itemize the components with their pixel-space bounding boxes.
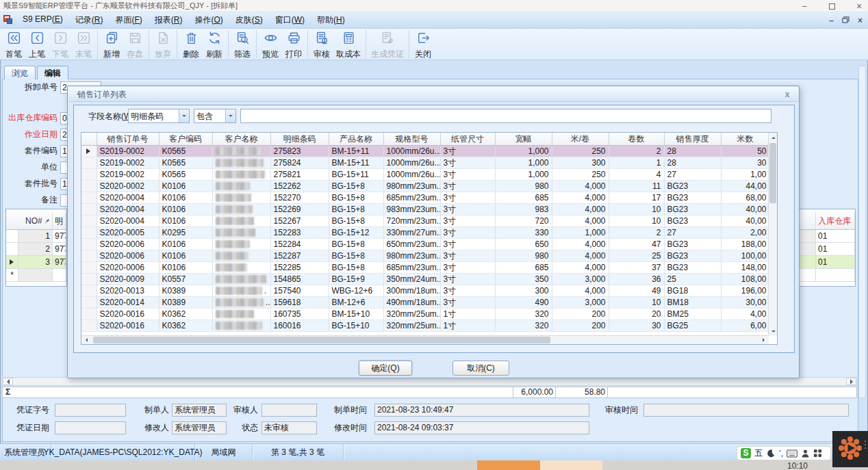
column-header-barcode[interactable]: 明 <box>53 213 66 229</box>
row-selector[interactable] <box>81 180 97 192</box>
close-icon[interactable]: × <box>853 1 865 12</box>
row-selector[interactable] <box>81 203 97 215</box>
grid-vscrollbar[interactable] <box>768 133 777 336</box>
minimize-icon[interactable]: – <box>798 1 810 12</box>
vscroll-thumb[interactable] <box>769 143 776 203</box>
table-row[interactable]: * <box>6 269 66 282</box>
taskbar-item[interactable] <box>540 460 602 470</box>
table-row[interactable]: S2020-0006K0106152287BG-15+8980mm/23um..… <box>81 250 769 261</box>
filter-search-input[interactable] <box>240 109 771 123</box>
row-selector[interactable] <box>81 157 97 168</box>
chevron-down-icon[interactable] <box>179 109 189 122</box>
table-row[interactable]: S2020-0016K0362160735BM-15+10320mm/25um.… <box>81 308 769 319</box>
wubi-mode-label[interactable]: 五 <box>754 447 763 459</box>
toolbar-button-筛选[interactable]: 筛选 <box>231 29 254 60</box>
table-row[interactable]: 197792 <box>6 230 66 243</box>
row-selector[interactable] <box>81 226 97 238</box>
grid-menu-icon[interactable] <box>813 449 822 458</box>
column-header-销售订单号[interactable]: 销售订单号 <box>97 133 159 145</box>
row-selector[interactable] <box>81 168 97 180</box>
column-header-宽幅[interactable]: 宽幅 <box>495 133 552 145</box>
row-selector[interactable]: * <box>6 269 18 281</box>
hscroll-thumb[interactable] <box>93 337 550 343</box>
toolbar-button-预览[interactable]: 预览 <box>259 29 282 60</box>
row-selector[interactable] <box>6 243 18 255</box>
row-selector[interactable] <box>81 261 97 273</box>
menu-item-6[interactable]: 皮肤(S) <box>229 12 269 28</box>
field-name-combo[interactable]: 明细条码 <box>128 109 190 123</box>
tab-浏览[interactable]: 浏览 <box>4 66 36 79</box>
column-header-米数[interactable]: 米数 <box>721 133 769 145</box>
table-row[interactable]: S2020-0002K0106152262BG-15+8980mm/23um..… <box>81 180 769 192</box>
row-selector[interactable] <box>81 273 97 285</box>
mdi-minimize-icon[interactable]: – <box>829 16 834 25</box>
menu-item-3[interactable]: 界面(F) <box>109 12 148 28</box>
sogou-s-icon[interactable]: S <box>741 448 751 458</box>
row-selector[interactable] <box>6 230 18 242</box>
dialog-title-bar[interactable]: 销售订单列表 x <box>68 87 798 102</box>
table-row[interactable]: S2020-0014K0389 ..159618BM-12+6490mm/18u… <box>81 296 769 308</box>
column-header-no[interactable]: NO# <box>18 213 53 229</box>
row-selector[interactable] <box>6 256 18 268</box>
row-selector[interactable] <box>81 285 97 296</box>
taskbar-item-active[interactable] <box>477 460 540 470</box>
toolbar-button-删除[interactable]: 删除 <box>179 29 203 60</box>
menu-item-5[interactable]: 操作(O) <box>188 12 229 28</box>
scroll-up-icon[interactable] <box>769 133 778 142</box>
grid-hscrollbar[interactable] <box>81 335 769 344</box>
table-row[interactable]: S2020-0006K0106152284BG-15+8650mm/23um..… <box>81 238 769 250</box>
screen-overlay-app[interactable] <box>832 431 868 467</box>
toolbar-button-刷新[interactable]: 刷新 <box>203 29 226 60</box>
mdi-restore-icon[interactable] <box>842 16 850 25</box>
table-row[interactable]: S2019-0002K0565275824BM-15+111000mm/26u.… <box>81 157 769 168</box>
table-row[interactable]: S2020-0004K0106152270BG-15+8685mm/23um..… <box>81 192 769 203</box>
toolbar-button-关闭[interactable]: 关闭 <box>411 29 435 60</box>
table-row[interactable]: S2019-0002K0565275821BG-15+111000mm/26u.… <box>81 168 769 180</box>
mdi-close-icon[interactable]: × <box>858 16 863 25</box>
column-header-明细条码[interactable]: 明细条码 <box>270 133 329 145</box>
moon-icon[interactable] <box>766 449 776 458</box>
operator-combo[interactable]: 包含 <box>194 109 236 123</box>
column-header-客户编码[interactable]: 客户编码 <box>159 133 212 145</box>
table-row[interactable]: S2020-0004K0106152269BG-15+8983mm/23um..… <box>81 203 769 215</box>
row-selector[interactable] <box>81 250 97 261</box>
scroll-down-icon[interactable] <box>769 326 778 336</box>
chevron-down-icon[interactable] <box>225 109 235 122</box>
sogou-input-bar[interactable]: S五’, <box>737 446 831 460</box>
column-header-米/卷[interactable]: 米/卷 <box>552 133 609 145</box>
menu-item-2[interactable]: 记录(R) <box>69 12 110 28</box>
table-row[interactable]: S2020-0004K0106152267BG-15+8720mm/23um..… <box>81 215 769 226</box>
dialog-close-icon[interactable]: x <box>782 89 793 100</box>
column-header-卷数[interactable]: 卷数 <box>609 133 664 145</box>
column-header-产品名称[interactable]: 产品名称 <box>329 133 383 145</box>
toolbar-button-打印[interactable]: 打印 <box>282 29 305 60</box>
row-selector[interactable] <box>81 296 97 308</box>
tab-编辑[interactable]: 编辑 <box>37 66 68 79</box>
menu-item-1[interactable]: S9 ERP(E) <box>16 12 69 28</box>
row-selector[interactable] <box>81 308 97 319</box>
scroll-right-icon[interactable] <box>758 336 769 344</box>
row-selector[interactable] <box>81 145 97 157</box>
menu-item-7[interactable]: 窗口(W) <box>269 12 311 28</box>
table-row[interactable]: S2020-0013K0389 .157540WBG-12+6300mm/18u… <box>81 285 769 296</box>
ok-button[interactable]: 确定(Q) <box>359 361 412 376</box>
table-row[interactable]: S2020-0016K0362160016BG-15+10320mm/25um.… <box>81 319 769 331</box>
toolbar-button-审核[interactable]: 审核 <box>310 29 333 60</box>
column-header-纸管尺寸[interactable]: 纸管尺寸 <box>440 133 495 145</box>
menu-item-8[interactable]: 帮助(H) <box>311 12 351 28</box>
keyboard-icon[interactable] <box>787 449 797 458</box>
detail-grid-left-fragment[interactable]: NO# 明197792297792397792* <box>5 209 67 287</box>
person-icon[interactable] <box>801 449 810 458</box>
toolbar-button-上笔[interactable]: 上笔 <box>25 29 49 60</box>
maximize-icon[interactable] <box>826 1 838 12</box>
scroll-left-icon[interactable] <box>3 378 13 385</box>
table-row[interactable]: S2020-0009K0557154865BG-15+9350mm/24um..… <box>81 273 769 285</box>
overlay-menu-dots-icon[interactable] <box>865 441 866 449</box>
toolbar-button-取成本[interactable]: 取成本 <box>333 29 363 60</box>
row-selector[interactable] <box>81 238 97 250</box>
column-header-warehouse[interactable]: 入库仓库 <box>816 213 855 229</box>
column-header-客户名称[interactable]: 客户名称 <box>212 133 270 145</box>
cancel-button[interactable]: 取消(C) <box>452 361 509 376</box>
table-row[interactable]: S2019-0002K0565275823BM-15+111000mm/26u.… <box>81 145 769 157</box>
table-row[interactable]: 397792 <box>6 256 66 269</box>
